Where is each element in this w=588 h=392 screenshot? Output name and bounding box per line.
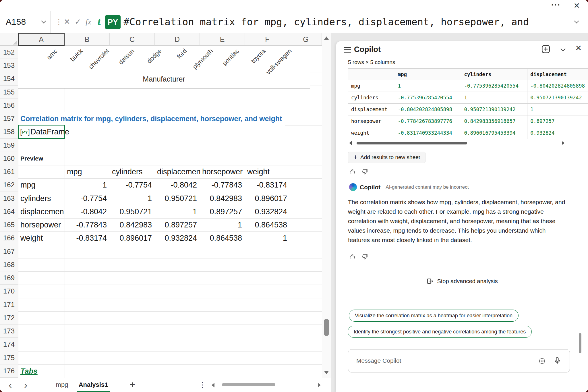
chevron-down-icon[interactable] (41, 19, 46, 24)
preview-cell: 1 (156, 205, 197, 219)
row-header-161[interactable]: 161 (0, 165, 18, 178)
scroll-down-icon[interactable] (324, 371, 329, 374)
column-header-F[interactable]: F (245, 33, 290, 46)
copilot-suggestion-pill[interactable]: Visualize the correlation matrix as a he… (349, 310, 519, 322)
table-scroll-right-icon[interactable] (562, 141, 564, 145)
copilot-vscrollbar-thumb[interactable] (579, 333, 581, 353)
column-header-G[interactable]: G (290, 33, 322, 46)
copilot-input-icon[interactable] (538, 357, 546, 366)
thumbs-up-icon[interactable] (349, 253, 356, 260)
preview-row-label: displacement (20, 205, 64, 219)
new-chat-icon[interactable] (541, 44, 551, 54)
row-header-176[interactable]: 176 (0, 364, 18, 378)
confirm-icon[interactable]: ✓ (75, 11, 81, 32)
row-header-152[interactable]: 152 (0, 46, 18, 59)
insert-function-icon[interactable]: fx (86, 11, 91, 32)
column-header-A[interactable]: A (18, 33, 65, 46)
python-addin-icon[interactable]: t (98, 11, 101, 31)
microphone-icon[interactable] (553, 356, 561, 366)
row-header-169[interactable]: 169 (0, 271, 18, 285)
preview-col-header: weight (247, 165, 290, 179)
scroll-up-icon[interactable] (324, 36, 329, 40)
row-header-175[interactable]: 175 (0, 351, 18, 364)
column-header-C[interactable]: C (110, 33, 155, 46)
thumbs-down-icon[interactable] (361, 168, 368, 175)
row-header-167[interactable]: 167 (0, 245, 18, 258)
add-sheet-button[interactable]: + (130, 378, 135, 391)
sheet-nav-left-icon[interactable]: ‹ (9, 378, 12, 392)
thumbs-up-icon[interactable] (349, 168, 356, 175)
grid-horizontal-scrollbar[interactable] (210, 381, 322, 389)
grid-vscrollbar-thumb[interactable] (324, 319, 329, 336)
row-header-171[interactable]: 171 (0, 298, 18, 311)
preview-cell: -0.77843 (201, 178, 242, 192)
column-header-B[interactable]: B (65, 33, 110, 46)
row-header-154[interactable]: 154 (0, 72, 18, 85)
cancel-icon[interactable]: ✕ (64, 11, 70, 32)
embedded-chart[interactable]: amcbuickchevroletdatsundodgefordplymouth… (18, 46, 310, 88)
select-all-corner[interactable] (0, 33, 18, 46)
sheet-nav-right-icon[interactable]: › (24, 378, 27, 392)
scroll-left-icon[interactable] (212, 383, 214, 387)
spreadsheet-grid[interactable]: ABCDEFG152153154155156157158159160161162… (0, 33, 331, 378)
result-cell: 0.897257 (527, 115, 588, 127)
more-options-icon[interactable]: ⋯ (551, 0, 560, 10)
row-header-163[interactable]: 163 (0, 192, 18, 205)
sheet-tab-analysis1[interactable]: Analysis1 (77, 378, 110, 392)
row-header-168[interactable]: 168 (0, 258, 18, 271)
sheet-menu-icon[interactable]: ⋮ (199, 378, 206, 392)
row-header-160[interactable]: 160 (0, 152, 18, 165)
sheet-tab-mpg[interactable]: mpg (49, 378, 75, 392)
gridline (18, 152, 322, 152)
collapse-pane-icon[interactable] (561, 47, 566, 51)
active-cell-a158[interactable]: [PY]DataFrame (18, 125, 65, 139)
result-table-caption: 5 rows × 5 columns (348, 59, 395, 65)
table-scrollbar-thumb[interactable] (357, 142, 467, 144)
preview-cell: 1 (246, 231, 287, 245)
preview-cell: 0.864538 (246, 218, 287, 232)
row-header-164[interactable]: 164 (0, 205, 18, 218)
row-header-166[interactable]: 166 (0, 231, 18, 245)
result-cell: 0.896016795453394 (461, 127, 527, 139)
row-header-162[interactable]: 162 (0, 178, 18, 192)
grid-vertical-scrollbar[interactable] (322, 33, 331, 378)
add-results-button[interactable]: + Add results to new sheet (348, 152, 425, 163)
gridline (18, 271, 322, 272)
copilot-suggestion-pill[interactable]: Identify the strongest positive and nega… (348, 326, 532, 338)
formula-bar-expand-icon[interactable] (574, 19, 579, 24)
row-header-153[interactable]: 153 (0, 59, 18, 72)
name-box[interactable]: A158 (0, 11, 51, 33)
row-header-172[interactable]: 172 (0, 311, 18, 325)
column-header-D[interactable]: D (155, 33, 200, 46)
result-cell: 0.950721390139242 (461, 104, 527, 115)
copilot-message-input[interactable]: Message Copilot (348, 349, 570, 372)
stop-advanced-analysis-button[interactable]: Stop advanced analysis (336, 277, 588, 285)
formula-input[interactable]: #Correlation matrix for mpg, cylinders, … (123, 11, 571, 32)
row-header-157[interactable]: 157 (0, 112, 18, 125)
table-scroll-left-icon[interactable] (349, 141, 352, 145)
preview-cell: -0.77843 (66, 218, 107, 232)
row-header-159[interactable]: 159 (0, 139, 18, 152)
row-header-174[interactable]: 174 (0, 338, 18, 351)
window-close-icon[interactable]: ✕ (573, 1, 580, 10)
copilot-close-icon[interactable]: ✕ (575, 43, 582, 54)
row-header-170[interactable]: 170 (0, 285, 18, 298)
preview-cell: -0.83174 (66, 231, 107, 245)
hamburger-menu-icon[interactable] (344, 47, 351, 48)
copilot-table-scrollbar[interactable] (348, 140, 566, 146)
preview-col-header: displacement (157, 165, 200, 179)
row-header-158[interactable]: 158 (0, 125, 18, 138)
gridline (155, 46, 155, 378)
grid-hscrollbar-thumb[interactable] (222, 383, 275, 386)
column-header-E[interactable]: E (200, 33, 245, 46)
stop-analysis-label: Stop advanced analysis (437, 278, 498, 285)
name-box-value: A158 (6, 11, 26, 32)
result-cell: 0.950721390139242 (527, 92, 588, 104)
scroll-right-icon[interactable] (318, 383, 321, 387)
row-header-173[interactable]: 173 (0, 325, 18, 338)
corner-triangle-icon (13, 40, 17, 45)
thumbs-down-icon[interactable] (361, 253, 368, 260)
copilot-response-text: The correlation matrix shows how mpg, cy… (348, 197, 567, 245)
gridline (200, 46, 200, 378)
row-header-165[interactable]: 165 (0, 218, 18, 231)
